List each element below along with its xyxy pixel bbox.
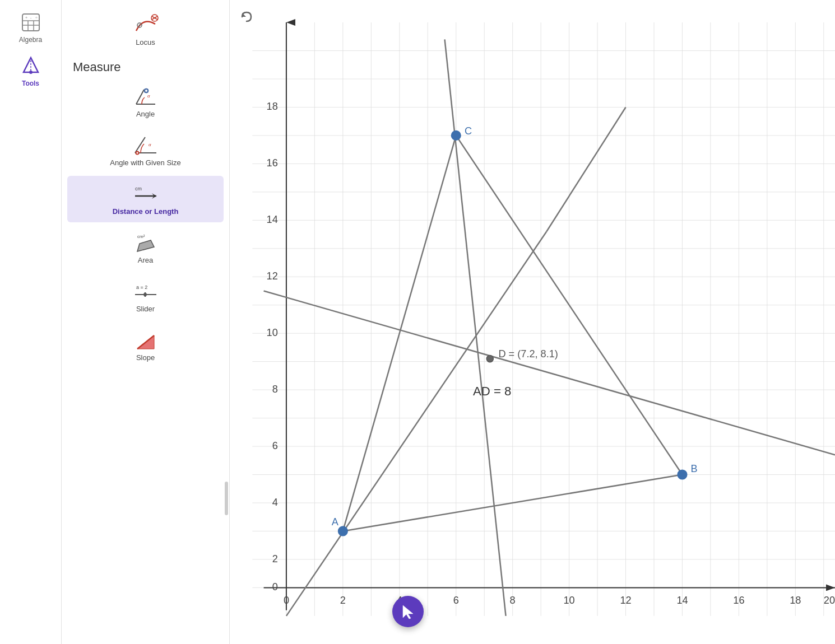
angle-label: Angle (136, 110, 155, 118)
svg-text:a = 2: a = 2 (136, 284, 147, 290)
svg-line-108 (286, 232, 546, 616)
svg-point-34 (143, 293, 147, 296)
cursor-tool-button[interactable] (392, 596, 424, 627)
slider-label: Slider (136, 305, 155, 313)
tool-panel: Locus Measure α Angle α (62, 0, 230, 644)
svg-text:12: 12 (267, 270, 278, 282)
tools-label: Tools (22, 80, 39, 87)
svg-text:cm²: cm² (137, 234, 145, 239)
tool-angle-given-size[interactable]: α Angle with Given Size (67, 127, 224, 174)
distance-length-label: Distance or Length (113, 207, 179, 216)
tool-area[interactable]: cm² Area (67, 225, 224, 271)
svg-text:AD = 8: AD = 8 (473, 384, 511, 398)
svg-text:14: 14 (267, 214, 278, 225)
sidebar-icons: + - ÷ Algebra Tools (0, 0, 62, 644)
svg-text:10: 10 (564, 595, 575, 606)
svg-text:16: 16 (733, 595, 744, 606)
algebra-label: Algebra (19, 36, 42, 44)
svg-text:α: α (147, 94, 150, 99)
measure-section-title: Measure (62, 54, 229, 77)
canvas-area: 0 2 4 6 8 10 12 14 16 18 0 2 4 6 8 10 12… (230, 0, 835, 644)
svg-line-107 (445, 39, 506, 616)
svg-text:14: 14 (676, 595, 688, 606)
svg-line-109 (546, 107, 625, 231)
svg-text:cm: cm (135, 186, 142, 192)
svg-point-10 (29, 71, 33, 74)
svg-line-22 (135, 137, 145, 153)
area-label: Area (138, 256, 153, 264)
svg-text:C: C (465, 125, 472, 137)
svg-point-112 (338, 526, 347, 535)
svg-text:4: 4 (272, 497, 278, 508)
svg-text:0: 0 (284, 595, 289, 606)
scroll-indicator[interactable] (225, 482, 228, 515)
angle-icon: α (132, 85, 160, 108)
svg-point-24 (136, 152, 138, 154)
svg-text:2: 2 (272, 553, 278, 564)
svg-point-116 (452, 131, 461, 140)
svg-text:2: 2 (340, 595, 346, 606)
area-icon: cm² (132, 231, 160, 254)
svg-line-17 (136, 90, 144, 104)
svg-text:18: 18 (267, 101, 278, 112)
svg-point-110 (486, 356, 493, 362)
slope-label: Slope (136, 353, 155, 362)
tool-slope[interactable]: Slope (67, 322, 224, 368)
svg-text:B: B (691, 463, 698, 474)
sidebar-item-algebra[interactable]: + - ÷ Algebra (17, 11, 45, 44)
svg-text:10: 10 (267, 327, 278, 338)
svg-text:α: α (149, 142, 151, 147)
locus-icon (132, 13, 160, 36)
svg-text:20: 20 (824, 595, 835, 606)
svg-point-12 (138, 25, 140, 26)
svg-text:8: 8 (272, 384, 278, 395)
graph-svg: 0 2 4 6 8 10 12 14 16 18 0 2 4 6 8 10 12… (230, 0, 835, 644)
slope-icon (132, 329, 160, 351)
sidebar-item-tools[interactable]: Tools (17, 55, 45, 87)
svg-text:÷: ÷ (35, 16, 38, 20)
svg-text:0: 0 (272, 581, 278, 592)
svg-text:12: 12 (620, 595, 631, 606)
svg-text:6: 6 (272, 440, 278, 451)
svg-text:+: + (25, 16, 27, 20)
tool-distance-length[interactable]: cm Distance or Length (67, 176, 224, 222)
svg-text:16: 16 (267, 157, 278, 169)
svg-point-19 (145, 90, 147, 92)
svg-text:6: 6 (453, 595, 459, 606)
locus-label: Locus (136, 38, 155, 46)
svg-text:D = (7.2, 8.1): D = (7.2, 8.1) (498, 348, 558, 360)
tool-angle[interactable]: α Angle (67, 78, 224, 125)
svg-text:A: A (332, 516, 339, 528)
undo-button[interactable] (236, 7, 257, 27)
svg-text:18: 18 (790, 595, 801, 606)
tools-icon (17, 55, 45, 77)
svg-marker-30 (137, 240, 154, 251)
angle-given-size-icon: α (132, 134, 160, 156)
svg-marker-119 (403, 605, 413, 619)
svg-text:8: 8 (510, 595, 516, 606)
svg-point-114 (678, 470, 686, 479)
algebra-icon: + - ÷ (17, 11, 45, 34)
angle-given-size-label: Angle with Given Size (110, 158, 180, 167)
tool-slider[interactable]: a = 2 Slider (67, 273, 224, 320)
tool-locus[interactable]: Locus (67, 7, 224, 53)
distance-length-icon: cm (132, 183, 160, 205)
slider-icon: a = 2 (132, 280, 160, 302)
svg-line-103 (264, 291, 835, 455)
svg-text:-: - (30, 16, 32, 20)
